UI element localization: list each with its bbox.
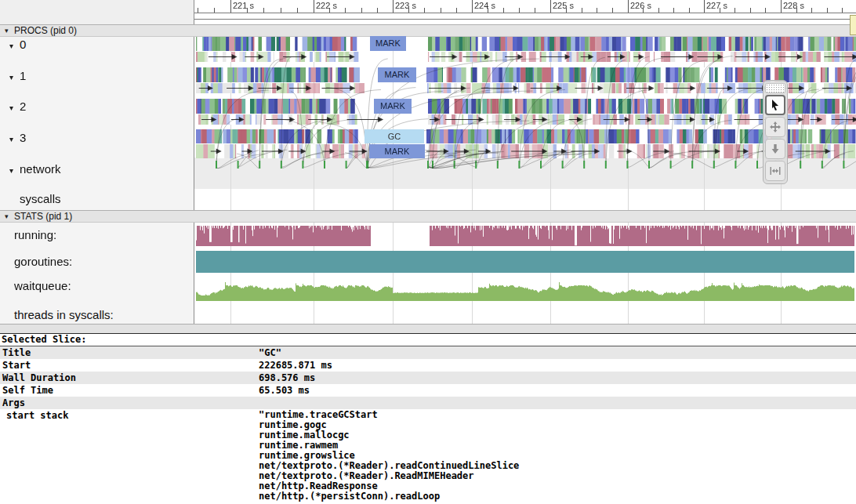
detail-label: Wall Duration (2, 372, 76, 384)
slice-mark[interactable]: MARK (369, 144, 425, 158)
track-row-label: goroutines: (14, 255, 72, 268)
detail-row-start: Start 222685.871 ms (0, 359, 856, 372)
ruler-tick-label: 228 s (783, 1, 804, 10)
detail-value: 65.503 ms (259, 384, 310, 397)
track-row-label: network (20, 162, 61, 176)
timing-tool-button[interactable] (765, 161, 785, 181)
track-row-running[interactable]: running: (14, 228, 56, 241)
track-row-goroutines[interactable]: goroutines: (14, 255, 72, 268)
procs-section-label: PROCS (pid 0) (14, 25, 77, 36)
collapse-arrow-icon[interactable]: ▾ (9, 39, 13, 53)
ruler-tick-label: 225 s (553, 1, 574, 10)
selected-slice-panel: Selected Slice: Title "GC" Start 222685.… (0, 333, 856, 504)
stack-trace-text: "runtime.traceGCStart runtime.gogc runti… (259, 410, 519, 502)
track-row-proc2[interactable]: ▾2 (20, 100, 26, 113)
timeline-tracks-canvas[interactable] (194, 0, 856, 324)
track-row-proc0[interactable]: ▾0 (20, 38, 26, 51)
stats-section-label: STATS (pid 1) (14, 211, 72, 222)
ruler-tick-label: 222 s (316, 1, 337, 10)
minimap-handle[interactable] (850, 15, 856, 35)
procs-section-header[interactable]: ▾ PROCS (pid 0) (0, 24, 856, 37)
detail-row-self-time: Self Time 65.503 ms (0, 384, 856, 397)
cursor-icon (769, 99, 782, 111)
track-row-network[interactable]: ▾network (20, 162, 61, 176)
slice-mark[interactable]: MARK (370, 36, 406, 51)
palette-drag-handle-icon[interactable] (765, 83, 785, 93)
sidebar-corner (0, 0, 194, 24)
detail-row-title: Title "GC" (0, 346, 856, 359)
tool-palette (763, 80, 788, 184)
track-row-label: syscalls (20, 192, 61, 205)
slice-mark[interactable]: MARK (374, 99, 412, 114)
collapse-arrow-icon[interactable]: ▾ (9, 164, 13, 177)
zoom-tool-button[interactable] (765, 139, 785, 159)
track-row-waitqueue[interactable]: waitqueue: (14, 279, 71, 292)
track-row-threads-in-syscalls[interactable]: threads in syscalls: (14, 308, 114, 321)
detail-label: Title (2, 346, 31, 359)
detail-value: 698.576 ms (259, 372, 315, 384)
track-row-proc3[interactable]: ▾3 (20, 131, 26, 144)
timing-span-icon (769, 165, 782, 177)
track-row-label: 3 (20, 131, 26, 144)
collapse-arrow-icon[interactable]: ▾ (5, 25, 9, 36)
track-row-label: waitqueue: (14, 279, 71, 292)
detail-row-args: Args (0, 397, 856, 409)
ruler-tick-label: 221 s (233, 1, 254, 10)
detail-label: Start (2, 359, 31, 372)
detail-value: "GC" (259, 346, 281, 359)
track-row-label: 2 (20, 100, 26, 113)
track-row-label: threads in syscalls: (14, 308, 114, 321)
pan-tool-button[interactable] (765, 117, 785, 137)
track-row-syscalls[interactable]: syscalls (20, 192, 61, 205)
collapse-arrow-icon[interactable]: ▾ (9, 71, 13, 84)
track-row-label: running: (14, 228, 56, 241)
collapse-arrow-icon[interactable]: ▾ (5, 211, 9, 222)
panel-divider[interactable] (0, 324, 856, 333)
stats-section-header[interactable]: ▾ STATS (pid 1) (0, 210, 856, 223)
pan-arrows-icon (769, 121, 782, 133)
ruler-tick-label: 226 s (630, 1, 651, 10)
detail-value: 222685.871 ms (259, 359, 332, 372)
slice-mark[interactable]: MARK (378, 67, 416, 82)
ruler-tick-label: 227 s (706, 1, 727, 10)
detail-label: Self Time (2, 384, 53, 397)
ruler-tick-label: 224 s (474, 1, 495, 10)
collapse-arrow-icon[interactable]: ▾ (9, 132, 13, 146)
track-row-label: 0 (20, 38, 26, 51)
vertical-arrow-icon (769, 143, 782, 155)
ruler-tick-label: 223 s (395, 1, 416, 10)
selected-slice-heading: Selected Slice: (0, 334, 856, 346)
track-row-label: 1 (20, 69, 26, 82)
detail-label: Args (2, 397, 25, 409)
slice-gc[interactable]: GC (365, 129, 424, 143)
trace-viewer: 221 s 222 s 223 s 224 s 225 s 226 s 227 … (0, 0, 856, 504)
track-row-proc1[interactable]: ▾1 (20, 69, 26, 82)
detail-label: start stack (6, 409, 68, 422)
collapse-arrow-icon[interactable]: ▾ (9, 101, 13, 114)
selection-tool-button[interactable] (765, 95, 785, 115)
detail-row-wall-duration: Wall Duration 698.576 ms (0, 372, 856, 384)
